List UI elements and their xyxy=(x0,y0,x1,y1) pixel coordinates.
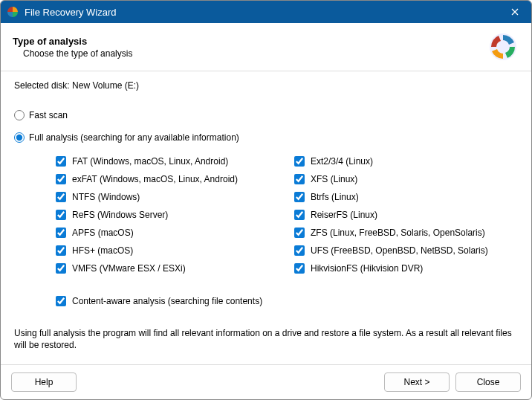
content-aware-label: Content-aware analysis (searching file c… xyxy=(72,296,262,306)
fs-checkbox-apfs[interactable]: APFS (macOS) xyxy=(56,228,279,238)
fs-checkbox-hfs[interactable]: HFS+ (macOS) xyxy=(56,245,279,256)
close-icon[interactable] xyxy=(505,4,525,20)
fs-checkbox-xfs[interactable]: XFS (Linux) xyxy=(294,174,518,184)
page-subtitle: Choose the type of analysis xyxy=(23,48,487,59)
fs-checkbox-fat[interactable]: FAT (Windows, macOS, Linux, Android) xyxy=(56,156,279,167)
wizard-icon xyxy=(487,30,519,63)
fs-checkbox-ntfs[interactable]: NTFS (Windows) xyxy=(56,192,279,202)
description-text: Using full analysis the program will fin… xyxy=(14,327,518,351)
app-icon xyxy=(7,6,19,18)
fs-checkbox-btrfs[interactable]: Btrfs (Linux) xyxy=(294,192,518,202)
fs-checkbox-hikvisionfs[interactable]: HikvisionFS (Hikvision DVR) xyxy=(294,263,518,274)
fs-checkbox-ufs[interactable]: UFS (FreeBSD, OpenBSD, NetBSD, Solaris) xyxy=(294,245,518,256)
fs-checkbox-ext[interactable]: Ext2/3/4 (Linux) xyxy=(294,156,518,167)
selected-disk: Selected disk: New Volume (E:) xyxy=(14,80,518,91)
fs-checkbox-reiserfs[interactable]: ReiserFS (Linux) xyxy=(294,210,518,220)
filesystem-grid: FAT (Windows, macOS, Linux, Android) Ext… xyxy=(56,156,518,274)
window-title: File Recovery Wizard xyxy=(25,7,505,18)
fast-scan-option[interactable]: Fast scan xyxy=(14,110,518,120)
page-title: Type of analysis xyxy=(13,36,487,47)
fs-checkbox-exfat[interactable]: exFAT (Windows, macOS, Linux, Android) xyxy=(56,174,279,184)
content-aware-checkbox[interactable]: Content-aware analysis (searching file c… xyxy=(56,296,518,306)
close-button[interactable]: Close xyxy=(455,372,521,392)
titlebar: File Recovery Wizard xyxy=(1,1,531,23)
fs-checkbox-vmfs[interactable]: VMFS (VMware ESX / ESXi) xyxy=(56,263,279,274)
wizard-header: Type of analysis Choose the type of anal… xyxy=(1,23,531,68)
full-analysis-radio[interactable] xyxy=(14,132,25,143)
selected-disk-label: Selected disk: xyxy=(14,80,72,91)
full-analysis-option[interactable]: Full analysis (searching for any availab… xyxy=(14,132,518,143)
selected-disk-value: New Volume (E:) xyxy=(72,80,139,91)
fast-scan-radio[interactable] xyxy=(14,110,25,120)
full-analysis-label: Full analysis (searching for any availab… xyxy=(29,132,239,143)
fs-checkbox-zfs[interactable]: ZFS (Linux, FreeBSD, Solaris, OpenSolari… xyxy=(294,228,518,238)
fs-checkbox-refs[interactable]: ReFS (Windows Server) xyxy=(56,210,279,220)
fast-scan-label: Fast scan xyxy=(29,110,68,120)
footer: Help Next > Close xyxy=(1,364,531,399)
next-button[interactable]: Next > xyxy=(384,372,450,392)
help-button[interactable]: Help xyxy=(11,372,77,392)
